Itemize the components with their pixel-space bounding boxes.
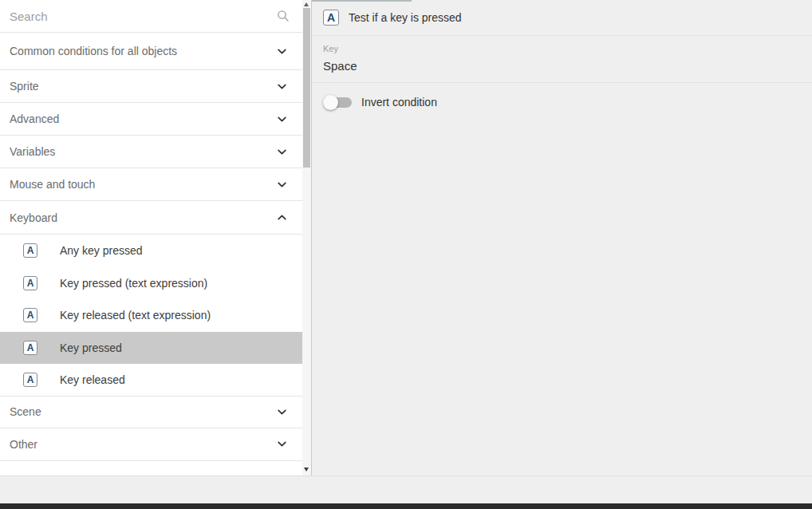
condition-sidebar: Common conditions for all objects Sprite…	[0, 0, 302, 475]
sidebar-item-advanced[interactable]: Advanced	[0, 103, 302, 136]
condition-item-label: Key released (text expression)	[60, 309, 211, 322]
search-bar	[0, 0, 302, 33]
top-edge-strip	[312, 0, 412, 2]
sidebar-item-scene[interactable]: Scene	[0, 396, 302, 428]
keyboard-key-icon: A	[23, 341, 37, 355]
chevron-down-icon	[277, 114, 287, 124]
condition-item-label: Key pressed	[60, 341, 122, 354]
chevron-down-icon	[277, 46, 287, 57]
sidebar-item-variables[interactable]: Variables	[0, 136, 302, 168]
sidebar-item-mouse-and-touch[interactable]: Mouse and touch	[0, 168, 302, 201]
condition-item-any-key-pressed[interactable]: A Any key pressed	[0, 235, 302, 267]
condition-title: Test if a key is pressed	[349, 11, 462, 24]
category-label: Sprite	[10, 80, 39, 93]
dialog-footer	[0, 475, 812, 503]
key-field-label: Key	[323, 44, 801, 53]
category-label: Other	[10, 438, 37, 451]
toggle-knob	[323, 95, 338, 110]
category-label: Common conditions for all objects	[10, 45, 177, 57]
chevron-up-icon	[277, 212, 287, 223]
chevron-down-icon	[277, 147, 287, 157]
scrollbar-thumb[interactable]	[303, 8, 310, 168]
condition-item-key-pressed-text-expression[interactable]: A Key pressed (text expression)	[0, 267, 302, 300]
category-label: Keyboard	[10, 211, 57, 224]
category-label: Mouse and touch	[10, 178, 95, 191]
sidebar-item-common-conditions[interactable]: Common conditions for all objects	[0, 33, 302, 70]
condition-item-label: Key pressed (text expression)	[60, 277, 207, 290]
condition-item-label: Any key pressed	[60, 244, 143, 257]
invert-condition-toggle[interactable]	[323, 94, 353, 110]
chevron-down-icon	[277, 439, 287, 449]
category-label: Variables	[10, 145, 55, 158]
window-bottom-bar	[0, 503, 812, 509]
search-icon	[277, 10, 290, 22]
condition-item-key-released[interactable]: A Key released	[0, 364, 302, 397]
key-field-value[interactable]: Space	[323, 59, 801, 73]
keyboard-key-icon: A	[23, 276, 37, 290]
chevron-down-icon	[277, 81, 287, 92]
invert-condition-label: Invert condition	[361, 96, 437, 109]
sidebar-scrollbar[interactable]	[302, 0, 311, 475]
sidebar-item-sprite[interactable]: Sprite	[0, 70, 302, 103]
scrollbar-down-arrow-icon[interactable]	[304, 468, 309, 472]
keyboard-key-icon: A	[23, 308, 37, 322]
sidebar-item-other[interactable]: Other	[0, 428, 302, 461]
keyboard-key-icon: A	[323, 10, 339, 26]
condition-editor-dialog: Common conditions for all objects Sprite…	[0, 0, 812, 509]
condition-detail-panel: A Test if a key is pressed Key Space Inv…	[312, 0, 812, 475]
key-field-section: Key Space	[312, 36, 812, 83]
search-input[interactable]	[10, 10, 277, 23]
condition-item-key-pressed[interactable]: A Key pressed	[0, 332, 302, 365]
chevron-down-icon	[277, 407, 287, 417]
category-label: Scene	[10, 405, 41, 418]
keyboard-key-icon: A	[23, 243, 37, 258]
keyboard-key-icon: A	[23, 373, 37, 387]
chevron-down-icon	[277, 180, 287, 190]
category-label: Advanced	[10, 112, 59, 125]
invert-condition-row: Invert condition	[312, 83, 812, 121]
condition-item-key-released-text-expression[interactable]: A Key released (text expression)	[0, 299, 302, 332]
condition-item-label: Key released	[60, 373, 125, 386]
sidebar-item-keyboard[interactable]: Keyboard	[0, 201, 302, 235]
sidebar-partial-row	[0, 461, 302, 476]
scrollbar-up-arrow-icon[interactable]	[304, 2, 309, 6]
condition-header: A Test if a key is pressed	[312, 0, 812, 36]
